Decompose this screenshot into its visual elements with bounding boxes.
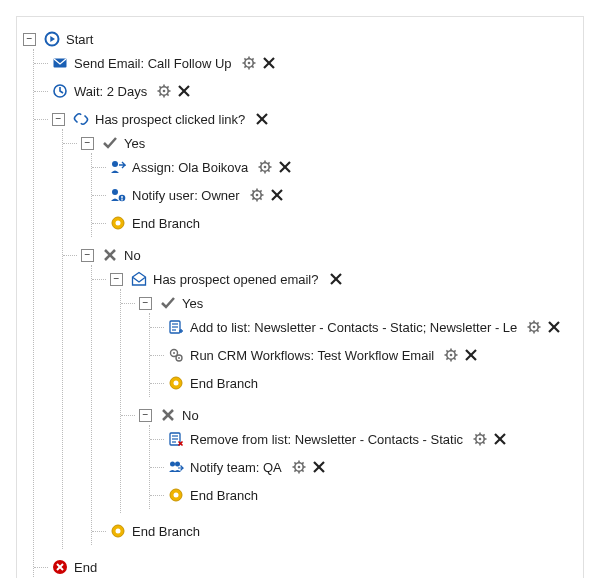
end-label: End bbox=[74, 560, 97, 575]
link-icon bbox=[73, 111, 89, 127]
x-icon bbox=[102, 247, 118, 263]
end-node[interactable]: End bbox=[52, 557, 577, 577]
workflow-tree: − Start Send Email: Call Follow Up bbox=[16, 16, 584, 578]
end-branch-icon bbox=[110, 215, 126, 231]
check-icon bbox=[160, 295, 176, 311]
send-email-node[interactable]: Send Email: Call Follow Up bbox=[52, 53, 577, 73]
clock-icon bbox=[52, 83, 68, 99]
expander[interactable]: − bbox=[139, 297, 152, 310]
send-email-label: Send Email: Call Follow Up bbox=[74, 56, 232, 71]
condition-clicked-node[interactable]: − Has prospect clicked link? bbox=[52, 109, 577, 129]
delete-button[interactable] bbox=[329, 272, 343, 286]
branch-yes[interactable]: − Yes bbox=[139, 293, 577, 313]
end-branch-node[interactable]: End Branch bbox=[168, 373, 577, 393]
end-branch-label: End Branch bbox=[190, 488, 258, 503]
notify-team-label: Notify team: QA bbox=[190, 460, 282, 475]
condition-opened-label: Has prospect opened email? bbox=[153, 272, 319, 287]
notify-team-node[interactable]: Notify team: QA bbox=[168, 457, 577, 477]
mail-open-icon bbox=[131, 271, 147, 287]
condition-opened-node[interactable]: − Has prospect opened email? bbox=[110, 269, 577, 289]
expander[interactable]: − bbox=[52, 113, 65, 126]
settings-button[interactable] bbox=[258, 160, 272, 174]
list-add-icon bbox=[168, 319, 184, 335]
end-icon bbox=[52, 559, 68, 575]
condition-clicked-label: Has prospect clicked link? bbox=[95, 112, 245, 127]
settings-button[interactable] bbox=[242, 56, 256, 70]
assign-icon bbox=[110, 159, 126, 175]
assign-label: Assign: Ola Boikova bbox=[132, 160, 248, 175]
expander[interactable]: − bbox=[110, 273, 123, 286]
end-branch-node[interactable]: End Branch bbox=[110, 213, 577, 233]
settings-button[interactable] bbox=[473, 432, 487, 446]
branch-no-label: No bbox=[182, 408, 199, 423]
branch-yes-label: Yes bbox=[124, 136, 145, 151]
wait-label: Wait: 2 Days bbox=[74, 84, 147, 99]
branch-yes-label: Yes bbox=[182, 296, 203, 311]
x-icon bbox=[160, 407, 176, 423]
mail-icon bbox=[52, 55, 68, 71]
start-label: Start bbox=[66, 32, 93, 47]
run-crm-label: Run CRM Workflows: Test Workflow Email bbox=[190, 348, 434, 363]
expander[interactable]: − bbox=[81, 137, 94, 150]
wait-node[interactable]: Wait: 2 Days bbox=[52, 81, 577, 101]
settings-button[interactable] bbox=[527, 320, 541, 334]
delete-button[interactable] bbox=[464, 348, 478, 362]
assign-node[interactable]: Assign: Ola Boikova bbox=[110, 157, 577, 177]
end-branch-label: End Branch bbox=[132, 524, 200, 539]
start-node[interactable]: − Start bbox=[23, 29, 577, 49]
delete-button[interactable] bbox=[262, 56, 276, 70]
settings-button[interactable] bbox=[444, 348, 458, 362]
check-icon bbox=[102, 135, 118, 151]
branch-yes[interactable]: − Yes bbox=[81, 133, 577, 153]
play-icon bbox=[44, 31, 60, 47]
delete-button[interactable] bbox=[493, 432, 507, 446]
delete-button[interactable] bbox=[312, 460, 326, 474]
delete-button[interactable] bbox=[270, 188, 284, 202]
notify-user-icon bbox=[110, 187, 126, 203]
expander[interactable]: − bbox=[23, 33, 36, 46]
end-branch-node[interactable]: End Branch bbox=[110, 521, 577, 541]
remove-from-list-label: Remove from list: Newsletter - Contacts … bbox=[190, 432, 463, 447]
notify-user-label: Notify user: Owner bbox=[132, 188, 240, 203]
branch-no[interactable]: − No bbox=[139, 405, 577, 425]
delete-button[interactable] bbox=[255, 112, 269, 126]
end-branch-icon bbox=[110, 523, 126, 539]
remove-from-list-node[interactable]: Remove from list: Newsletter - Contacts … bbox=[168, 429, 577, 449]
branch-no[interactable]: − No bbox=[81, 245, 577, 265]
notify-user-node[interactable]: Notify user: Owner bbox=[110, 185, 577, 205]
delete-button[interactable] bbox=[547, 320, 561, 334]
add-to-list-label: Add to list: Newsletter - Contacts - Sta… bbox=[190, 320, 517, 335]
notify-team-icon bbox=[168, 459, 184, 475]
settings-button[interactable] bbox=[250, 188, 264, 202]
end-branch-label: End Branch bbox=[190, 376, 258, 391]
delete-button[interactable] bbox=[177, 84, 191, 98]
end-branch-node[interactable]: End Branch bbox=[168, 485, 577, 505]
settings-button[interactable] bbox=[157, 84, 171, 98]
delete-button[interactable] bbox=[278, 160, 292, 174]
end-branch-icon bbox=[168, 375, 184, 391]
branch-no-label: No bbox=[124, 248, 141, 263]
end-branch-icon bbox=[168, 487, 184, 503]
expander[interactable]: − bbox=[81, 249, 94, 262]
run-crm-node[interactable]: Run CRM Workflows: Test Workflow Email bbox=[168, 345, 577, 365]
list-remove-icon bbox=[168, 431, 184, 447]
settings-button[interactable] bbox=[292, 460, 306, 474]
expander[interactable]: − bbox=[139, 409, 152, 422]
end-branch-label: End Branch bbox=[132, 216, 200, 231]
gear-cluster-icon bbox=[168, 347, 184, 363]
add-to-list-node[interactable]: Add to list: Newsletter - Contacts - Sta… bbox=[168, 317, 577, 337]
